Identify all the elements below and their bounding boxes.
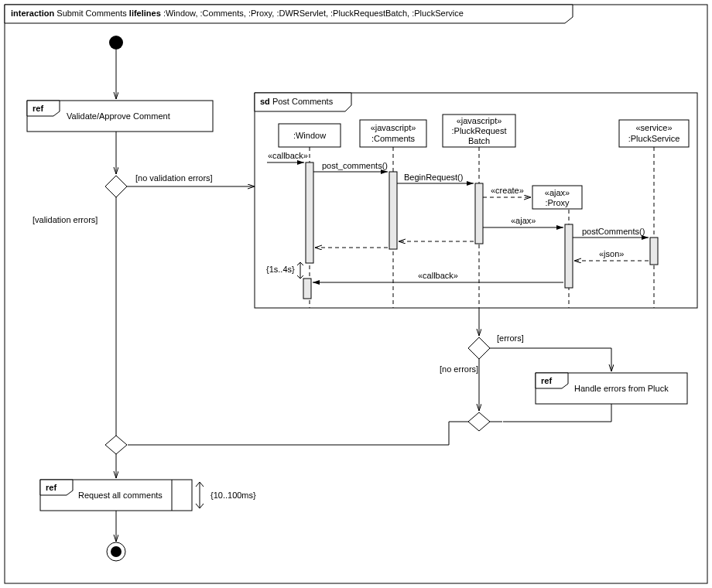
svg-text::PluckService: :PluckService — [628, 134, 680, 143]
ref-handle-errors: ref Handle errors from Pluck — [536, 373, 687, 404]
svg-text::Window: :Window — [293, 131, 326, 140]
ref-label: Request all comments — [78, 491, 163, 500]
ref-kw: ref — [33, 104, 43, 113]
activation-bar — [389, 172, 397, 249]
svg-text::Comments: :Comments — [371, 134, 416, 143]
guard-label: [no errors] — [440, 364, 478, 374]
activation-bar — [475, 183, 483, 244]
svg-text:«javascript»: «javascript» — [457, 116, 502, 125]
svg-point-35 — [111, 546, 122, 557]
svg-text:Batch: Batch — [468, 136, 490, 145]
svg-text:BeginRequest(): BeginRequest() — [404, 173, 463, 182]
ref-label: Validate/Approve Comment — [67, 111, 170, 121]
svg-text:ref: ref — [46, 483, 56, 492]
svg-text:postComments(): postComments() — [582, 227, 645, 236]
svg-text:«callback»: «callback» — [268, 151, 308, 160]
svg-text:post_comments(): post_comments() — [322, 161, 388, 170]
svg-text:ref: ref — [541, 376, 552, 385]
activation-bar — [303, 279, 311, 299]
frame-title: interaction Submit Comments lifelines :W… — [11, 9, 464, 18]
initial-node — [109, 36, 123, 50]
ref-validate: ref Validate/Approve Comment — [27, 101, 213, 132]
sd-post-comments: sd Post Comments :Window «javascript» :C… — [255, 93, 697, 308]
guard-label: [no validation errors] — [135, 173, 213, 183]
svg-text::Proxy: :Proxy — [545, 198, 570, 207]
time-constraint: {1s..4s} — [266, 265, 295, 274]
interaction-overview-diagram: interaction Submit Comments lifelines :W… — [0, 0, 712, 588]
svg-text:«callback»: «callback» — [418, 271, 458, 280]
activation-bar — [306, 162, 313, 263]
svg-text::PluckRequest: :PluckRequest — [452, 126, 507, 135]
ref-label: Handle errors from Pluck — [574, 384, 669, 393]
time-constraint: {10..100ms} — [211, 491, 256, 500]
guard-label: [validation errors] — [33, 215, 98, 224]
svg-text:«ajax»: «ajax» — [545, 188, 570, 197]
svg-text:«ajax»: «ajax» — [511, 216, 536, 225]
activation-bar — [565, 224, 573, 288]
svg-text:«create»: «create» — [491, 186, 524, 195]
svg-text:«javascript»: «javascript» — [371, 123, 416, 132]
svg-text:«json»: «json» — [599, 249, 624, 258]
activation-bar — [650, 238, 658, 265]
sd-label: sd Post Comments — [260, 97, 334, 106]
svg-text:«service»: «service» — [635, 123, 672, 132]
guard-label: [errors] — [497, 333, 524, 343]
ref-request-all: ref Request all comments — [40, 480, 192, 511]
